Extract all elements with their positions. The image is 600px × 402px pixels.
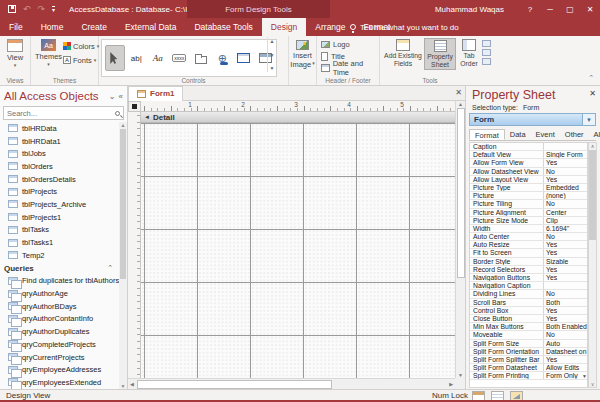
user-name[interactable]: Muhammad Waqas [435, 5, 504, 14]
nav-query-item[interactable]: qryAuthorAge [0, 287, 119, 300]
scroll-thumb[interactable] [457, 108, 465, 278]
nav-table-item[interactable]: tblOrdersDetails [0, 173, 119, 186]
horizontal-ruler[interactable]: 12345 [141, 101, 455, 112]
scroll-up-icon[interactable]: ∧ [591, 143, 595, 149]
property-row[interactable]: Border StyleSizable [470, 258, 587, 266]
nav-query-item[interactable]: Find duplicates for tblAuthors [0, 275, 119, 288]
insert-image-button[interactable]: Insert Image▾ [289, 40, 316, 69]
property-tab-other[interactable]: Other [560, 129, 589, 140]
property-tab-event[interactable]: Event [531, 129, 560, 140]
document-tab-form1[interactable]: Form1 [128, 86, 183, 101]
property-row[interactable]: Picture Size ModeClip [470, 217, 587, 225]
scroll-down-icon[interactable]: ∨ [591, 381, 595, 387]
tab-file[interactable]: File [0, 18, 32, 36]
property-tab-data[interactable]: Data [505, 129, 531, 140]
gallery-scrollbar[interactable]: ▲ ▼ ▼ [267, 37, 276, 72]
search-box[interactable] [3, 106, 124, 120]
property-row[interactable]: Caption [470, 143, 587, 151]
gallery-down-icon[interactable]: ▼ [270, 52, 275, 58]
search-input[interactable] [7, 109, 115, 118]
property-row[interactable]: Split Form OrientationDatasheet on Top [470, 348, 587, 356]
property-row[interactable]: Default ViewSingle Form [470, 151, 587, 159]
property-row[interactable]: Scroll BarsBoth [470, 299, 587, 307]
scroll-left-icon[interactable]: ◀ [128, 381, 136, 387]
property-row[interactable]: Picture TypeEmbedded [470, 184, 587, 192]
textbox-icon[interactable]: ab| [127, 45, 147, 71]
nav-table-item[interactable]: tblOrders [0, 160, 119, 173]
nav-query-item[interactable]: qryEmployeeAddresses [0, 363, 119, 376]
undo-icon[interactable]: ↶ [23, 4, 31, 14]
nav-group-queries[interactable]: Queries⌃ [0, 262, 119, 275]
property-row[interactable]: Min Max ButtonsBoth Enabled [470, 323, 587, 331]
property-row[interactable]: Dividing LinesNo [470, 290, 587, 298]
design-horizontal-scrollbar[interactable]: ◀ ▶ [128, 378, 455, 389]
gallery-more-icon[interactable]: ▼ [270, 65, 275, 71]
design-vertical-scrollbar[interactable]: ▲ ▼ [455, 101, 465, 378]
scroll-thumb[interactable] [120, 129, 126, 279]
collapse-ribbon-icon[interactable]: ⌃ [588, 74, 594, 82]
property-row[interactable]: Picture TilingNo [470, 200, 587, 208]
save-icon[interactable] [8, 5, 16, 13]
scroll-up-icon[interactable]: ▲ [458, 101, 463, 107]
nav-table-item[interactable]: tblHRData1 [0, 135, 119, 148]
minimize-button[interactable]: ─ [540, 0, 560, 18]
web-browser-control-icon[interactable] [234, 45, 254, 71]
nav-table-item[interactable]: tblTasks1 [0, 236, 119, 249]
property-row[interactable]: Record SelectorsYes [470, 266, 587, 274]
nav-table-item[interactable]: tblProjects1 [0, 211, 119, 224]
dropdown-arrow-icon[interactable]: ▼ [582, 372, 587, 379]
combo-dropdown-button[interactable]: ▼ [582, 114, 595, 125]
colors-button[interactable]: Colors ▾ [63, 40, 99, 52]
property-row[interactable]: Split Form Splitter BarYes [470, 356, 587, 364]
nav-table-item[interactable]: tblProjects_Archive [0, 198, 119, 211]
nav-table-item[interactable]: Temp2 [0, 249, 119, 262]
scroll-up-icon[interactable]: ▲ [121, 122, 126, 128]
nav-table-item[interactable]: tblProjects [0, 185, 119, 198]
add-existing-fields-button[interactable]: Add Existing Fields [382, 38, 424, 68]
nav-query-item[interactable]: qryAuthorBDays [0, 300, 119, 313]
shutter-close-icon[interactable]: « [119, 92, 123, 101]
nav-table-item[interactable]: tblTasks [0, 224, 119, 237]
search-icon[interactable] [115, 111, 120, 116]
property-row[interactable]: Picture(none) [470, 192, 587, 200]
close-button[interactable]: ✕ [580, 0, 600, 18]
tab-external-data[interactable]: External Data [116, 18, 186, 36]
selection-combo[interactable]: Form ▼ [469, 113, 596, 126]
property-row[interactable]: Navigation Caption [470, 282, 587, 290]
nav-table-item[interactable]: tblJobs [0, 147, 119, 160]
fonts-button[interactable]: A Fonts ▾ [63, 54, 96, 66]
property-row[interactable]: Control BoxYes [470, 307, 587, 315]
view-code-icon[interactable] [482, 49, 491, 56]
property-row[interactable]: Allow Datasheet ViewNo [470, 168, 587, 176]
view-button[interactable]: View ▾ [0, 39, 30, 68]
button-icon[interactable]: xxxx [170, 45, 190, 71]
form-selector[interactable] [128, 101, 141, 112]
nav-query-item[interactable]: qryCompletedProjects [0, 338, 119, 351]
property-row[interactable]: Auto CenterNo [470, 233, 587, 241]
nav-menu-icon[interactable]: ⌄ [109, 92, 116, 101]
property-tab-format[interactable]: Format [469, 129, 505, 140]
property-row[interactable]: Close ButtonYes [470, 315, 587, 323]
customize-qat-icon[interactable]: ▾ [52, 6, 55, 13]
tab-control-icon[interactable] [191, 45, 211, 71]
subform-new-window-icon[interactable] [482, 40, 491, 47]
nav-pane-header[interactable]: All Access Objects ⌄ « [0, 86, 127, 106]
property-row[interactable]: Split Form PrintingForm Only▼ [470, 372, 587, 380]
scroll-thumb[interactable] [137, 380, 332, 389]
property-row[interactable]: Picture AlignmentCenter [470, 209, 587, 217]
vertical-ruler[interactable] [128, 112, 141, 378]
property-row[interactable]: Allow Layout ViewYes [470, 176, 587, 184]
tell-me-box[interactable]: Tell me what you want to do [350, 18, 459, 36]
nav-table-item[interactable]: tblHRData [0, 122, 119, 135]
property-tab-all[interactable]: All [589, 129, 600, 140]
property-row[interactable]: Split Form DatasheetAllow Edits [470, 364, 587, 372]
gallery-up-icon[interactable]: ▲ [270, 38, 275, 44]
select-pointer-icon[interactable] [105, 45, 125, 71]
convert-macros-icon[interactable] [482, 58, 491, 65]
help-button[interactable]: ? [520, 0, 540, 18]
scroll-right-icon[interactable]: ▶ [447, 381, 455, 387]
nav-query-item[interactable]: qryEmployeesExtended [0, 376, 119, 389]
tab-order-button[interactable]: Tab Order [457, 38, 481, 68]
property-sheet-scrollbar[interactable]: ∧ ∨ [588, 142, 597, 388]
maximize-button[interactable]: ▢ [560, 0, 580, 18]
